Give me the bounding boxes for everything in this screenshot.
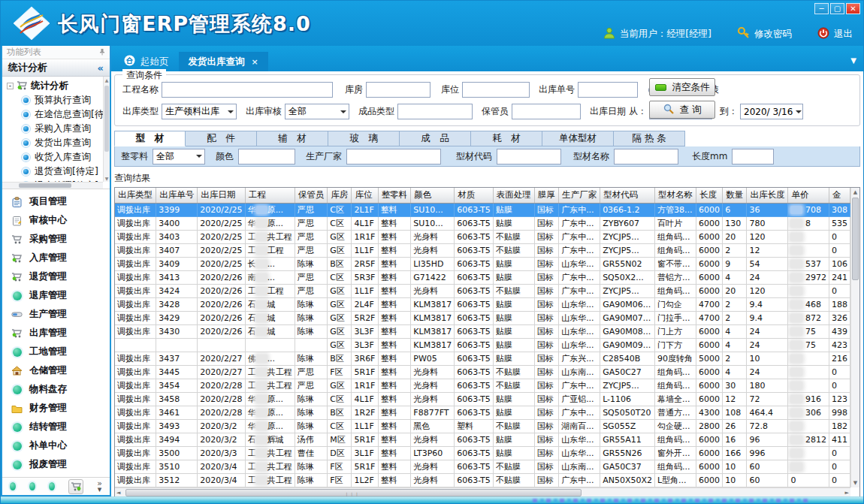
column-header-4[interactable]: 保管员 [295, 188, 328, 203]
outbound-type-select[interactable]: 生产领料出库 [162, 104, 237, 119]
date-to-picker[interactable]: 2020/ 3/16 [740, 104, 803, 119]
tree-item-2[interactable]: 采购入库查询 [2, 122, 110, 136]
quick-icon-2[interactable] [29, 482, 35, 490]
table-row[interactable]: 调拨出库34942020/3/2石辉城汤伟M区5R1F整料光身料6063-T5贴… [115, 433, 850, 446]
tree-item-1[interactable]: 在途信息查询[待 [2, 107, 110, 122]
collapse-icon[interactable]: « [98, 62, 104, 74]
grid-vertical-scrollbar[interactable]: ▲▼ [850, 188, 859, 487]
quick-icon-1[interactable] [10, 482, 16, 490]
column-header-9[interactable]: 材质 [455, 188, 494, 203]
sidebar-item-5[interactable]: 退库管理 [11, 289, 110, 302]
sidebar-item-6[interactable]: 生产管理 [11, 308, 110, 321]
sidebar-section-header[interactable]: 统计分析 « [2, 59, 110, 77]
sidebar-overflow-chevron[interactable]: »▾ [97, 481, 102, 493]
logout[interactable]: 退出 [817, 27, 853, 41]
clear-conditions-button[interactable]: 清空条件 [649, 78, 715, 96]
profile-code-input[interactable] [497, 149, 561, 164]
column-header-18[interactable]: 单价 [788, 188, 829, 203]
material-tab-6[interactable]: 单体型材 [542, 131, 614, 146]
outbound-no-input[interactable] [578, 82, 638, 98]
table-row[interactable]: 调拨出库34302020/2/26石城陈琳G区3L3F整料KLM38176063… [115, 324, 850, 338]
column-header-19[interactable]: 金 [829, 188, 850, 203]
column-header-11[interactable]: 膜厚 [534, 188, 558, 203]
tree-item-4[interactable]: 收货入库查询 [2, 150, 110, 164]
sidebar-item-10[interactable]: 物料盘存 [11, 383, 110, 396]
sidebar-item-3[interactable]: 入库管理 [11, 252, 110, 264]
sidebar-item-13[interactable]: 补单中心 [11, 439, 110, 452]
column-header-3[interactable]: 工程 [245, 188, 295, 203]
column-header-14[interactable]: 型材名称 [654, 188, 696, 203]
tree-item-5[interactable]: 退货查询[待定] [2, 164, 110, 179]
tree-item-3[interactable]: 发货出库查询 [2, 136, 110, 150]
sidebar-item-4[interactable]: 退货管理 [11, 270, 110, 283]
profile-name-input[interactable] [614, 149, 678, 164]
tree-item-0[interactable]: 预算执行查询 [2, 93, 110, 107]
sidebar-item-12[interactable]: 结转管理 [11, 421, 110, 433]
table-row[interactable]: 调拨出库34032020/2/25工共工程严思G区1R1F整料光身料6063-T… [115, 230, 850, 243]
product-type-input[interactable] [397, 104, 473, 119]
table-row[interactable]: 调拨出库34582020/2/28华原...陈琳C区4L1F整料光身料6063-… [115, 392, 850, 406]
sidebar-item-1[interactable]: 审核中心 [11, 214, 110, 227]
material-tab-1[interactable]: 配 件 [186, 131, 257, 146]
column-header-17[interactable]: 出库长度 [747, 188, 788, 203]
material-tab-3[interactable]: 玻 璃 [328, 131, 400, 146]
quick-icon-3[interactable] [49, 482, 55, 490]
quick-cart-button[interactable] [68, 479, 83, 494]
table-row[interactable]: 调拨出库34092020/2/25长...陈琳B区2R5F整料LI35HD606… [115, 257, 850, 270]
material-tab-5[interactable]: 耗 材 [471, 131, 542, 146]
table-row[interactable]: 调拨出库33992020/2/25华原...严思C区2L1F整料SU10...6… [115, 203, 850, 216]
table-row[interactable]: 调拨出库34292020/2/26石城陈琳G区5R2F整料KLM38176063… [115, 311, 850, 324]
close-button[interactable]: ✕ [846, 3, 860, 14]
column-header-13[interactable]: 型材代码 [600, 188, 655, 203]
whole-part-select[interactable]: 全部 [153, 149, 205, 164]
tab-shipment-outbound-query[interactable]: 发货出库查询 × [179, 52, 268, 71]
material-tab-2[interactable]: 辅 材 [257, 131, 328, 146]
column-header-5[interactable]: 库房 [328, 188, 352, 203]
tree-root[interactable]: - 统计分析 [2, 79, 110, 93]
column-header-7[interactable]: 整零料 [378, 188, 411, 203]
maximize-button[interactable]: ▢ [830, 3, 844, 14]
warehouse-input[interactable] [366, 82, 430, 98]
tree-expander-icon[interactable]: - [7, 83, 14, 89]
sidebar-item-2[interactable]: 采购管理 [11, 233, 110, 246]
material-tab-7[interactable]: 隔 热 条 [614, 131, 685, 146]
column-header-8[interactable]: 颜色 [411, 188, 455, 203]
table-row[interactable]: 调拨出库34612020/2/28华原...陈琳B区1R2F整料F8877FT6… [115, 406, 850, 419]
sidebar-item-9[interactable]: 仓储管理 [11, 364, 110, 377]
sidebar-item-7[interactable]: 出库管理 [11, 327, 110, 340]
column-header-10[interactable]: 表面处理 [493, 188, 534, 203]
audit-select[interactable]: 全部 [285, 104, 349, 119]
table-row[interactable]: 调拨出库34002020/2/25华原...严思C区4L1F整料SU10...6… [115, 216, 850, 230]
sidebar-item-0[interactable]: 项目管理 [11, 195, 110, 208]
column-header-1[interactable]: 出库单号 [156, 188, 198, 203]
location-input[interactable] [462, 82, 530, 98]
table-row[interactable]: 调拨出库34932020/3/2华原...陈琳C区1L1F整料黑色塑料不贴膜国标… [115, 419, 850, 433]
tab-close-icon[interactable]: × [252, 57, 258, 67]
tree-vertical-scrollbar[interactable]: ▲▼ [103, 77, 110, 182]
table-row[interactable]: 调拨出库34132020/2/26南...严思C区5R3F整料G71422606… [115, 270, 850, 284]
column-header-0[interactable]: 出库类型 [115, 188, 156, 203]
column-header-12[interactable]: 生产厂家 [559, 188, 600, 203]
pin-icon[interactable] [99, 47, 105, 58]
search-button[interactable]: 查 询 [649, 101, 715, 119]
table-row[interactable]: G区3L3F整料KLM38176063-T5贴膜国标山东华...GA90M09.… [115, 338, 850, 352]
material-tab-0[interactable]: 型 材 [114, 131, 186, 146]
sidebar-item-8[interactable]: 工地管理 [11, 346, 110, 358]
tab-overflow-arrow-icon[interactable]: ▼ [850, 56, 856, 65]
table-row[interactable]: 调拨出库34372020/2/27佛...陈琳B区3R6F整料PW056063-… [115, 352, 850, 365]
table-row[interactable]: 调拨出库34242020/2/26工工程严思G区1L1F整料光身料6063-T5… [115, 284, 850, 297]
sidebar-item-14[interactable]: 报废管理 [11, 458, 110, 471]
tree-horizontal-scrollbar[interactable] [2, 182, 103, 189]
minimize-button[interactable]: ─ [814, 3, 829, 14]
table-row[interactable]: 调拨出库34542020/2/28工共工程严思G区1R1F整料光身料6063-T… [115, 379, 850, 392]
table-row[interactable]: 调拨出库35002020/3/3工共工程曹佳D区3L1F整料LT3P606063… [115, 446, 850, 460]
project-name-input[interactable] [162, 82, 333, 98]
change-password[interactable]: 修改密码 [737, 26, 792, 41]
table-row[interactable]: 调拨出库34282020/2/26石城陈琳G区2L4F整料KLM38176063… [115, 297, 850, 311]
keeper-input[interactable] [512, 104, 581, 119]
maker-input[interactable] [346, 149, 441, 164]
sidebar-item-11[interactable]: 财务管理 [11, 402, 110, 415]
column-header-16[interactable]: 数量 [723, 188, 747, 203]
column-header-15[interactable]: 长度 [696, 188, 722, 203]
table-row[interactable]: 调拨出库34072020/2/25工工程严思G区1L1F整料光身料6063-T5… [115, 243, 850, 257]
